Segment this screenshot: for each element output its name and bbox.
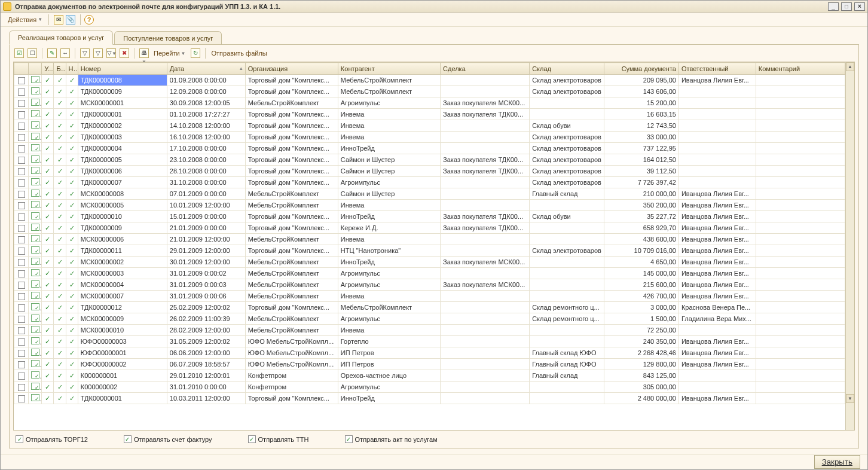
tab-receipt[interactable]: Поступление товаров и услуг (114, 31, 222, 45)
check-invoice[interactable]: ✓ Отправлять счет фактуру (124, 435, 212, 443)
row-checkbox[interactable] (18, 213, 25, 221)
actions-menu[interactable]: Действия ▼ (5, 15, 45, 25)
table-row[interactable]: ✓✓✓ТДК0000001225.02.2009 12:00:02Торговы… (14, 302, 845, 313)
table-row[interactable]: ✓✓✓МСК0000000510.01.2009 12:00:00МебельС… (14, 200, 845, 211)
table-row[interactable]: ✓✓✓МСК0000000926.02.2009 11:00:39МебельС… (14, 313, 845, 325)
row-checkbox[interactable] (18, 111, 25, 118)
row-checkbox[interactable] (18, 316, 25, 323)
row-checkbox[interactable] (18, 327, 25, 334)
close-window-button[interactable]: × (854, 2, 865, 11)
select-all-icon[interactable]: ☑ (14, 48, 24, 58)
send-files-button[interactable]: Отправить файлы (209, 48, 270, 58)
maximize-button[interactable]: □ (841, 2, 852, 11)
filter2-icon[interactable]: ▽ (93, 48, 103, 58)
row-checkbox[interactable] (18, 77, 25, 84)
table-row[interactable]: ✓✓✓МСК0000000621.01.2009 12:00:00МебельС… (14, 234, 845, 245)
row-checkbox[interactable] (18, 88, 25, 96)
table-row[interactable]: ✓✓✓ЮФО0000000331.05.2009 12:00:02ЮФО Меб… (14, 336, 845, 347)
table-row[interactable]: ✓✓✓ТДК0000000101.10.2008 17:27:27Торговы… (14, 109, 845, 120)
table-row[interactable]: ✓✓✓ТДК0000000316.10.2008 12:00:00Торговы… (14, 132, 845, 143)
goto-button[interactable]: Перейти ▼ (151, 48, 188, 58)
table-row[interactable]: ✓✓✓МСК0000000331.01.2009 0:00:02МебельСт… (14, 268, 845, 279)
table-row[interactable]: ✓✓✓ТДК0000001129.01.2009 12:00:00Торговы… (14, 245, 845, 257)
row-checkbox[interactable] (18, 304, 25, 312)
vertical-scrollbar[interactable]: ▲ ▼ (845, 62, 854, 430)
filter3-icon[interactable]: ▽▼ (106, 48, 116, 58)
row-checkbox[interactable] (18, 225, 25, 232)
row-checkbox[interactable] (18, 179, 25, 187)
table-row[interactable]: ✓✓✓ТДК0000000110.03.2011 12:00:00Торговы… (14, 393, 845, 404)
row-checkbox[interactable] (18, 202, 25, 209)
table-row[interactable]: ✓✓✓ТДК0000000921.01.2009 0:00:00Торговый… (14, 222, 845, 234)
row-checkbox[interactable] (18, 338, 25, 346)
row-checkbox[interactable] (18, 145, 25, 152)
row-checkbox[interactable] (18, 157, 25, 164)
row-checkbox[interactable] (18, 373, 25, 380)
row-checkbox[interactable] (18, 134, 25, 141)
row-checkbox[interactable] (18, 293, 25, 300)
scroll-down-button[interactable]: ▼ (846, 394, 854, 403)
check-act[interactable]: ✓ Отправлять акт по услугам (345, 435, 438, 443)
table-row[interactable]: ✓✓✓ТДК0000000214.10.2008 12:00:00Торговы… (14, 120, 845, 132)
col-status[interactable] (29, 63, 42, 75)
table-row[interactable]: ✓✓✓ТДК0000000801.09.2008 0:00:00Торговый… (14, 75, 845, 86)
table-row[interactable]: ✓✓✓МСК0000001028.02.2009 12:00:00МебельС… (14, 325, 845, 336)
table-row[interactable]: ✓✓✓ТДК0000000731.10.2008 0:00:00Торговый… (14, 177, 845, 188)
col-resp[interactable]: Ответственный (678, 63, 756, 75)
tab-realization[interactable]: Реализация товаров и услуг (9, 30, 113, 45)
row-checkbox[interactable] (18, 248, 25, 255)
filter-icon[interactable]: ▽ (80, 48, 90, 58)
edit-icon[interactable]: ✎ (47, 48, 57, 58)
row-checkbox[interactable] (18, 100, 25, 107)
col-comm[interactable]: Комментарий (756, 63, 845, 75)
table-row[interactable]: ✓✓✓ТДК0000000628.10.2008 0:00:00Торговый… (14, 166, 845, 177)
row-checkbox[interactable] (18, 236, 25, 243)
row-checkbox[interactable] (18, 384, 25, 391)
table-row[interactable]: ✓✓✓ТДК0000000523.10.2008 0:00:00Торговый… (14, 154, 845, 166)
col-date[interactable]: Дата ▴ (167, 63, 245, 75)
clear-filter-icon[interactable]: ✖ (120, 48, 129, 58)
row-checkbox[interactable] (18, 395, 25, 402)
row-checkbox[interactable] (18, 361, 25, 368)
col-b[interactable]: Б.. (54, 63, 66, 75)
row-checkbox[interactable] (18, 123, 25, 130)
table-row[interactable]: ✓✓✓МСК0000000807.01.2009 0:00:00МебельСт… (14, 188, 845, 200)
help-icon[interactable]: ? (84, 15, 94, 25)
col-checkbox[interactable] (14, 63, 29, 75)
row-checkbox[interactable] (18, 282, 25, 289)
col-u[interactable]: У.. (42, 63, 54, 75)
row-checkbox[interactable] (18, 350, 25, 357)
col-org[interactable]: Организация (245, 63, 338, 75)
col-wh[interactable]: Склад (530, 63, 604, 75)
table-row[interactable]: ✓✓✓ЮФО0000000206.07.2009 18:58:57ЮФО Меб… (14, 359, 845, 370)
row-checkbox[interactable] (18, 259, 25, 266)
col-n[interactable]: Н.. (66, 63, 78, 75)
refresh-icon[interactable] (191, 48, 200, 58)
minimize-button[interactable]: _ (828, 2, 839, 11)
attach-icon[interactable]: 📎 (66, 15, 75, 25)
close-button[interactable]: Закрыть (814, 455, 860, 469)
send-all-icon[interactable]: ✉ (54, 15, 63, 25)
table-row[interactable]: ✓✓✓К00000000231.01.2010 0:00:00Конфетпро… (14, 382, 845, 393)
col-contr[interactable]: Контрагент (338, 63, 440, 75)
scroll-up-button[interactable]: ▲ (846, 62, 854, 71)
row-checkbox[interactable] (18, 270, 25, 277)
table-row[interactable]: ✓✓✓К00000000129.01.2010 12:00:01Конфетпр… (14, 370, 845, 382)
table-row[interactable]: ✓✓✓МСК0000000431.01.2009 0:00:03МебельСт… (14, 279, 845, 291)
table-row[interactable]: ✓✓✓ТДК0000000417.10.2008 0:00:00Торговый… (14, 143, 845, 154)
table-row[interactable]: ✓✓✓ЮФО0000000106.06.2009 12:00:00ЮФО Меб… (14, 347, 845, 359)
check-ttn[interactable]: ✓ Отправлять ТТН (248, 435, 309, 443)
deselect-all-icon[interactable]: ☐ (27, 48, 37, 58)
table-row[interactable]: ✓✓✓МСК0000000230.01.2009 12:00:00МебельС… (14, 257, 845, 268)
table-row[interactable]: ✓✓✓ТДК0000000912.09.2008 0:00:00Торговый… (14, 86, 845, 97)
col-number[interactable]: Номер (78, 63, 167, 75)
row-checkbox[interactable] (18, 191, 25, 198)
check-torg12[interactable]: ✓ Отправлять ТОРГ12 (16, 435, 88, 443)
table-row[interactable]: ✓✓✓МСК0000000130.09.2008 12:00:05МебельС… (14, 97, 845, 109)
move-icon[interactable]: ↔ (60, 48, 70, 58)
row-checkbox[interactable] (18, 168, 25, 175)
table-row[interactable]: ✓✓✓ТДК0000001015.01.2009 0:00:00Торговый… (14, 211, 845, 222)
col-deal[interactable]: Сделка (441, 63, 530, 75)
table-row[interactable]: ✓✓✓МСК0000000731.01.2009 0:00:06МебельСт… (14, 291, 845, 302)
print-icon[interactable]: 🖶▼ (139, 48, 149, 58)
